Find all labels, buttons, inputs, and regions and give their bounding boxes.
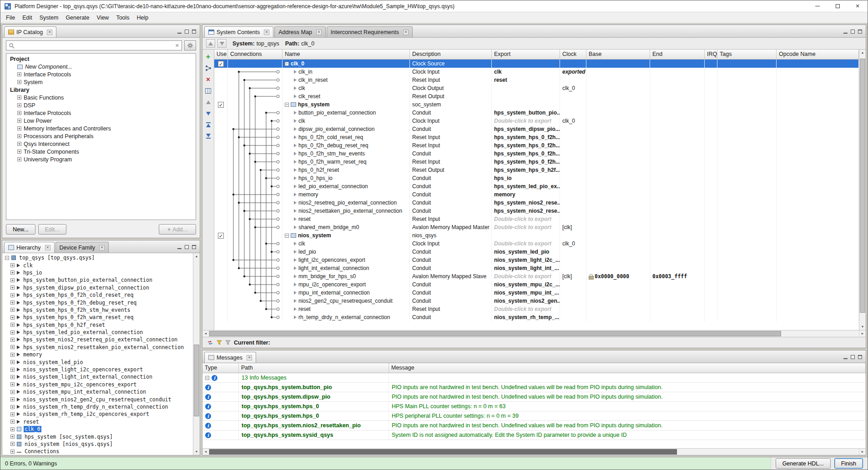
column-header-description[interactable]: Description <box>410 50 492 59</box>
clock-cell[interactable]: clk_0 <box>560 84 586 92</box>
export-cell[interactable] <box>492 100 560 109</box>
name-cell[interactable]: −clk_0 <box>283 60 410 68</box>
scroll-track[interactable] <box>209 449 859 455</box>
minimize-button[interactable] <box>807 0 828 12</box>
base-cell[interactable] <box>586 190 650 199</box>
connections-cell[interactable] <box>228 231 283 240</box>
ip-item[interactable]: +DSP <box>6 101 196 109</box>
connections-cell[interactable] <box>228 289 283 297</box>
base-cell[interactable] <box>586 313 650 321</box>
connections-cell[interactable] <box>228 297 283 305</box>
connections-cell[interactable] <box>228 280 283 289</box>
clock-cell[interactable] <box>560 280 586 289</box>
ip-item[interactable]: +Qsys Interconnect <box>6 140 196 148</box>
name-cell[interactable]: shared_mem_bridge_m0 <box>283 223 410 231</box>
ip-item[interactable]: +University Program <box>6 155 196 163</box>
message-row[interactable]: itop_qsys.hps_system.nios2_resettaken_pi… <box>202 421 866 430</box>
connections-cell[interactable] <box>228 248 283 256</box>
connections-cell[interactable] <box>228 240 283 248</box>
use-checkbox[interactable]: ✓ <box>218 233 224 239</box>
filter-gray-icon[interactable] <box>225 340 231 345</box>
name-cell[interactable]: rh_temp_drdy_n_external_connection <box>283 313 410 321</box>
name-cell[interactable]: mpu_int_external_connection <box>283 289 410 297</box>
base-cell[interactable] <box>586 141 650 150</box>
tab-ip-catalog[interactable]: IP Catalog ✕ <box>4 26 56 37</box>
clock-cell[interactable] <box>560 76 586 84</box>
base-cell[interactable] <box>586 207 650 215</box>
table-row-nios2_resettaken_pio_external_connection[interactable]: nios2_resettaken_pio_external_connection… <box>214 207 859 215</box>
hierarchy-item[interactable]: +hps_system_hps_0_h2f_reset <box>3 321 193 329</box>
table-row-button_pio_external_connection[interactable]: button_pio_external_connectionConduithps… <box>214 109 859 117</box>
clock-cell[interactable] <box>560 166 586 174</box>
export-cell[interactable]: hps_system_hps_0_f2h... <box>492 158 560 166</box>
clock-cell[interactable]: [clk] <box>560 272 586 280</box>
table-row-hps_0_f2h_stm_hw_events[interactable]: hps_0_f2h_stm_hw_eventsConduithps_system… <box>214 150 859 158</box>
edit-button[interactable]: Edit... <box>38 224 66 235</box>
connections-button[interactable] <box>204 65 212 71</box>
name-cell[interactable]: nios2_resetreq_pio_external_connection <box>283 199 410 207</box>
expand-icon[interactable]: + <box>17 72 21 76</box>
messages-horizontal-scrollbar[interactable]: ◄ ► <box>202 448 866 455</box>
clock-cell[interactable] <box>560 125 586 133</box>
menu-tools[interactable]: Tools <box>112 13 133 22</box>
close-icon[interactable]: ✕ <box>45 245 50 250</box>
hierarchy-item[interactable]: +hps_system [soc_system.qsys] <box>3 433 193 440</box>
expand-icon[interactable]: + <box>17 111 21 115</box>
hierarchy-scrollbar[interactable]: ▲ ▼ <box>193 253 200 455</box>
collapse-icon[interactable]: − <box>285 62 289 66</box>
ip-item[interactable]: +Basic Functions <box>6 94 196 101</box>
expand-icon[interactable]: + <box>17 80 21 84</box>
export-cell[interactable]: reset <box>492 76 560 84</box>
float-panel-icon[interactable] <box>185 245 189 249</box>
ip-item[interactable]: +Interface Protocols <box>6 109 196 117</box>
filter-columns-button[interactable] <box>204 87 212 94</box>
tab-hierarchy[interactable]: Hierarchy ✕ <box>4 242 55 253</box>
maximize-panel-icon[interactable] <box>192 30 196 34</box>
connections-cell[interactable] <box>228 272 283 280</box>
connections-cell[interactable] <box>228 313 283 321</box>
expand-icon[interactable]: + <box>10 300 15 305</box>
export-cell[interactable]: Double-click to export <box>492 240 560 248</box>
connections-cell[interactable] <box>228 141 283 150</box>
name-cell[interactable]: dipsw_pio_external_connection <box>283 125 410 133</box>
base-cell[interactable] <box>586 150 650 158</box>
expand-icon[interactable]: + <box>17 134 21 138</box>
clock-cell[interactable] <box>560 313 586 321</box>
name-cell[interactable]: mm_bridge_for_hps_s0 <box>283 272 410 280</box>
base-cell[interactable] <box>586 223 650 231</box>
connections-cell[interactable] <box>228 215 283 223</box>
hierarchy-item[interactable]: +nios_system_light_int_external_connecti… <box>3 373 193 380</box>
table-row-clk[interactable]: clkClock InputDouble-click to exportclk_… <box>214 240 859 248</box>
collapse-icon[interactable]: − <box>285 103 289 107</box>
connections-cell[interactable] <box>228 223 283 231</box>
menu-file[interactable]: File <box>2 13 19 22</box>
clock-cell[interactable] <box>560 256 586 264</box>
collapse-icon[interactable]: − <box>205 376 209 380</box>
tab-messages[interactable]: Messages ✕ <box>204 352 256 363</box>
connections-cell[interactable] <box>228 264 283 272</box>
add-button[interactable]: +Add... <box>159 224 196 235</box>
connections-cell[interactable] <box>228 305 283 313</box>
base-cell[interactable] <box>586 84 650 92</box>
expand-icon[interactable]: + <box>10 435 15 439</box>
name-cell[interactable]: mpu_i2c_opencores_export <box>283 280 410 289</box>
table-row-hps_0_h2f_reset[interactable]: hps_0_h2f_resetReset Outputhps_system_hp… <box>214 166 859 174</box>
table-row-hps_0_hps_io[interactable]: hps_0_hps_ioConduithps_io <box>214 174 859 182</box>
base-cell[interactable] <box>586 133 650 141</box>
hierarchy-item[interactable]: +hps_system_hps_0_f2h_cold_reset_req <box>3 291 193 299</box>
base-cell[interactable] <box>586 182 650 190</box>
clock-cell[interactable] <box>560 248 586 256</box>
expand-icon[interactable]: + <box>10 315 15 320</box>
table-row-hps_0_f2h_debug_reset_req[interactable]: hps_0_f2h_debug_reset_reqReset Inputhps_… <box>214 141 859 150</box>
expand-icon[interactable]: + <box>10 442 15 446</box>
ip-item[interactable]: +Memory Interfaces and Controllers <box>6 125 196 132</box>
column-header-base[interactable]: Base <box>586 50 650 59</box>
export-cell[interactable]: hps_system_nios2_rese... <box>492 199 560 207</box>
ip-item[interactable]: +Interface Protocols <box>6 70 196 78</box>
nav-up-button[interactable] <box>206 39 215 48</box>
connections-cell[interactable] <box>228 256 283 264</box>
close-icon[interactable]: ✕ <box>99 245 105 250</box>
base-cell[interactable] <box>586 166 650 174</box>
table-row-clk[interactable]: clkClock InputDouble-click to exportclk_… <box>214 117 859 125</box>
menu-generate[interactable]: Generate <box>62 13 93 22</box>
